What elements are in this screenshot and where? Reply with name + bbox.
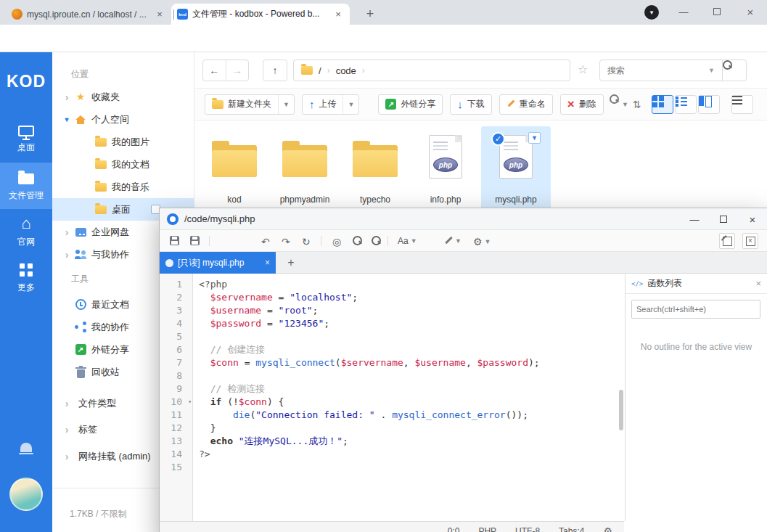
sort-tool[interactable] [633,94,641,115]
folder-icon [282,134,328,183]
rail-items: 桌面文件管理官网更多 [0,116,52,302]
window-minimize-button[interactable]: — [668,0,700,23]
redo-button[interactable] [282,236,290,247]
browser-tab[interactable]: mysql.iproute.cn / localhost / ...× [6,4,171,25]
history-back-button[interactable]: ← [203,60,226,81]
new-tab-button[interactable]: + [361,5,379,22]
goto-button[interactable] [332,236,341,247]
refresh-button[interactable] [302,236,311,247]
search-box[interactable]: ▼ [599,60,723,81]
file-menu-caret-icon[interactable]: ▼ [528,132,541,144]
chevron-right-icon[interactable]: › [62,92,71,102]
sort-icon [633,99,641,110]
tree-item[interactable]: ▾个人空间 [52,108,194,131]
favorite-path-star-icon[interactable]: ☆ [578,62,588,76]
path-bar[interactable]: / › code › [293,60,570,81]
editor-scrollbar[interactable] [618,274,624,521]
tree-item[interactable]: 我的图片 [52,131,194,153]
window-maximize-button[interactable] [701,0,733,23]
app-logo[interactable]: KOD [0,52,52,110]
tools-button[interactable]: ▼ [444,236,462,245]
outline-search-input[interactable] [631,300,760,319]
tab-close-icon[interactable]: × [154,9,165,20]
search-scope-caret-icon[interactable]: ▼ [708,67,715,74]
up-folder-button[interactable]: ↑ [263,60,287,81]
rail-item[interactable]: 官网 [0,209,52,255]
file-item[interactable]: kod [200,126,269,212]
notifications-bell[interactable] [20,443,32,454]
editor-tab[interactable]: [只读] mysql​i.php × [160,252,276,274]
view-grid-button[interactable] [652,95,673,114]
tab-close-icon[interactable]: × [265,258,270,268]
app-nav-rail: KOD 桌面文件管理官网更多 [0,52,52,532]
font-settings-button[interactable]: Aa▼ [398,236,417,246]
window-close-button[interactable]: × [734,0,766,23]
status-item[interactable]: PHP [478,526,496,532]
code-area[interactable]: <?php $servername = "localhost"; $userna… [193,274,625,521]
chevron-down-icon[interactable]: ▾ [62,116,71,123]
find-button[interactable] [353,236,362,245]
tree-item[interactable]: 我的音乐 [52,176,194,198]
browser-tab[interactable]: kod文件管理 - kodbox - Powered b...× [171,4,350,25]
status-item[interactable]: 0:0 [448,526,460,532]
editor-titlebar[interactable]: /code/mysqli.php — × [160,208,767,230]
editor-close-button[interactable]: × [738,208,767,230]
toolbar-button[interactable]: 删除 [560,94,604,115]
undo-button[interactable] [261,236,270,247]
file-item[interactable]: phpmyadmin [270,126,340,212]
rail-item[interactable]: 更多 [0,255,52,302]
caret-down-icon[interactable]: ▼ [343,95,358,114]
chevron-right-icon[interactable]: › [62,425,71,435]
status-item[interactable]: Tabs:4 [559,526,584,532]
editor-minimize-button[interactable]: — [680,208,709,230]
tab-close-icon[interactable]: × [332,9,344,20]
view-column-button[interactable] [698,95,720,114]
line-number: 8 [160,369,192,382]
search-input[interactable] [607,65,694,75]
fullscreen-button[interactable] [719,233,735,249]
list-settings-button[interactable] [731,95,753,114]
tree-item-label: 标签 [78,423,97,436]
breadcrumb-folder[interactable]: code [336,65,356,76]
tree-item[interactable]: ›收藏夹 [52,86,194,108]
rail-item[interactable]: 桌面 [0,116,52,163]
toolbar-button[interactable]: 下载 [450,94,492,115]
file-item[interactable]: php✓▼mysqli.php [481,126,551,212]
find-replace-button[interactable] [372,236,381,245]
save-button[interactable] [170,236,179,245]
selected-check-icon[interactable]: ✓ [491,132,505,146]
browser-status-circle-icon[interactable]: ▾ [644,5,659,20]
chevron-right-icon[interactable]: › [62,250,71,260]
fold-caret-icon[interactable]: ▾ [188,396,192,409]
rail-item[interactable]: 文件管理 [0,163,52,209]
editor-maximize-button[interactable] [709,208,738,230]
toolbar-button[interactable]: 上传▼ [302,94,359,115]
search-button[interactable] [722,60,747,81]
tree-item[interactable]: 我的文档 [52,153,194,176]
history-forward-button[interactable]: → [226,60,249,81]
chevron-right-icon[interactable]: › [62,227,71,237]
toolbar-button-label: 重命名 [520,98,546,110]
outline-close-icon[interactable]: × [755,278,761,289]
close-panel-button[interactable] [742,233,758,249]
toolbar-button[interactable]: 新建文件夹▼ [205,94,295,115]
chevron-right-icon[interactable]: › [62,451,71,462]
zoom-tool[interactable]: ▼ [610,94,628,115]
status-item[interactable]: UTF-8 [515,526,540,532]
caret-down-icon[interactable]: ▼ [278,95,294,114]
file-name: typecho [360,195,390,205]
file-item[interactable]: phpinfo.php [411,126,480,212]
save-as-button[interactable] [190,236,200,245]
toolbar-button[interactable]: 重命名 [499,94,553,115]
settings-button[interactable]: ▼ [473,236,491,247]
toolbar-button-label: 下载 [467,98,485,110]
user-avatar[interactable] [9,478,43,511]
scrollbar-thumb[interactable] [619,390,623,430]
file-item[interactable]: typecho [340,126,410,212]
view-detail-button[interactable] [675,95,697,114]
new-editor-tab-button[interactable]: + [283,255,299,271]
toolbar-buttons: 新建文件夹▼上传▼外链分享下载重命名删除 [205,94,604,115]
toolbar-button[interactable]: 外链分享 [378,94,443,115]
breadcrumb-root[interactable]: / [319,65,321,76]
chevron-right-icon[interactable]: › [62,398,71,409]
